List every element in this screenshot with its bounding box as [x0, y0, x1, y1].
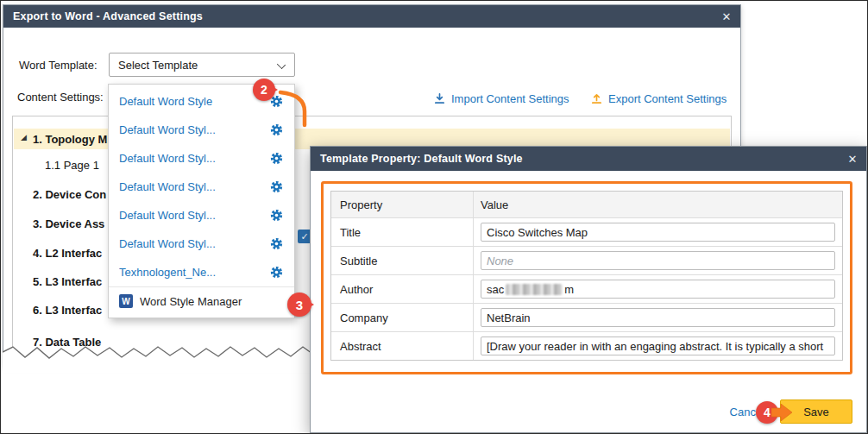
import-content-settings-link[interactable]: Import Content Settings [433, 92, 569, 105]
annotation-highlight-box: Property Value Title Subtitle Author sac [321, 181, 852, 374]
property-label: Author [331, 275, 474, 303]
property-dialog-titlebar: Template Property: Default Word Style ✕ [311, 147, 866, 171]
callout-step-4: 4 [756, 401, 778, 424]
property-label: Abstract [331, 332, 474, 360]
check-icon: ✓ [300, 231, 308, 242]
tree-item-label: 4. L2 Interfac [33, 247, 102, 260]
column-header-property: Property [331, 192, 474, 217]
tree-item-label: 1.1 Page 1 [45, 159, 99, 172]
redacted-text-blur [506, 284, 563, 295]
tree-item-label: 2. Device Con [33, 188, 106, 201]
table-row-abstract: Abstract [331, 331, 842, 360]
menu-item-word-style-2[interactable]: Default Word Styl... [109, 116, 294, 144]
word-template-label: Word Template: [19, 59, 97, 72]
tree-expanded-icon[interactable]: ◢ [21, 133, 27, 142]
word-template-select-value: Select Template [118, 59, 198, 72]
property-dialog-title: Template Property: Default Word Style [311, 153, 523, 165]
gear-icon[interactable] [269, 123, 284, 137]
table-row-subtitle: Subtitle [331, 246, 842, 274]
author-value-suffix: m [564, 283, 574, 296]
menu-item-word-style-4[interactable]: Default Word Styl... [109, 173, 294, 201]
gear-icon[interactable] [269, 236, 284, 251]
column-header-value: Value [474, 192, 842, 217]
tree-item-label: 6. L3 Interfac [33, 304, 102, 317]
export-dialog-titlebar: Export to Word - Advanced Settings ✕ [3, 5, 740, 28]
export-dialog-title: Export to Word - Advanced Settings [3, 10, 203, 22]
property-label: Title [331, 218, 474, 246]
close-icon[interactable]: ✕ [839, 147, 866, 171]
property-dialog-footer: Cancel Save [730, 399, 852, 424]
word-template-select[interactable]: Select Template [109, 53, 295, 77]
import-link-label: Import Content Settings [451, 92, 569, 105]
import-download-icon [433, 92, 446, 105]
author-field[interactable]: sac m [481, 280, 835, 299]
property-label: Company [331, 304, 474, 331]
menu-item-word-style-5[interactable]: Default Word Styl... [109, 201, 294, 230]
table-row-title: Title [331, 217, 842, 246]
template-property-dialog: Template Property: Default Word Style ✕ … [310, 146, 867, 433]
export-content-settings-link[interactable]: Export Content Settings [590, 92, 726, 105]
export-upload-icon [590, 92, 603, 105]
word-style-menu: Default Word Style Default Word Styl... … [108, 84, 295, 318]
table-row-company: Company [331, 303, 842, 331]
property-label: Subtitle [331, 247, 474, 274]
content-settings-label: Content Settings: [17, 91, 104, 104]
title-field[interactable] [481, 223, 835, 242]
menu-item-word-style-manager[interactable]: W Word Style Manager [109, 286, 294, 315]
menu-item-texhnologent[interactable]: Texhnologent_Ne... [109, 258, 294, 286]
author-value-prefix: sac [487, 283, 504, 296]
tree-item-label: 5. L3 Interfac [33, 275, 102, 288]
abstract-field[interactable] [481, 337, 835, 355]
company-field[interactable] [481, 308, 835, 327]
save-button[interactable]: Save [780, 399, 852, 424]
property-table: Property Value Title Subtitle Author sac [330, 191, 843, 361]
subtitle-field[interactable] [481, 251, 835, 270]
close-icon[interactable]: ✕ [713, 5, 740, 28]
table-row-author: Author sac m [331, 274, 842, 303]
gear-icon[interactable] [269, 151, 284, 166]
export-link-label: Export Content Settings [608, 92, 726, 105]
table-header-row: Property Value [331, 192, 842, 217]
callout-step-3: 3 [287, 292, 311, 317]
menu-item-word-style-3[interactable]: Default Word Styl... [109, 144, 294, 173]
chevron-down-icon [277, 60, 286, 69]
tree-item-label: 3. Device Ass [33, 217, 104, 230]
menu-item-word-style-6[interactable]: Default Word Styl... [109, 230, 294, 258]
gear-icon[interactable] [269, 265, 284, 280]
tree-item-label: 7. Data Table [33, 336, 101, 349]
tree-item-label: 1. Topology M [33, 133, 107, 146]
gear-icon[interactable] [269, 179, 284, 194]
screenshot-root: Export to Word - Advanced Settings ✕ Wor… [0, 0, 868, 434]
word-icon: W [119, 294, 133, 308]
callout-step-2: 2 [253, 79, 275, 101]
gear-icon[interactable] [269, 208, 284, 223]
